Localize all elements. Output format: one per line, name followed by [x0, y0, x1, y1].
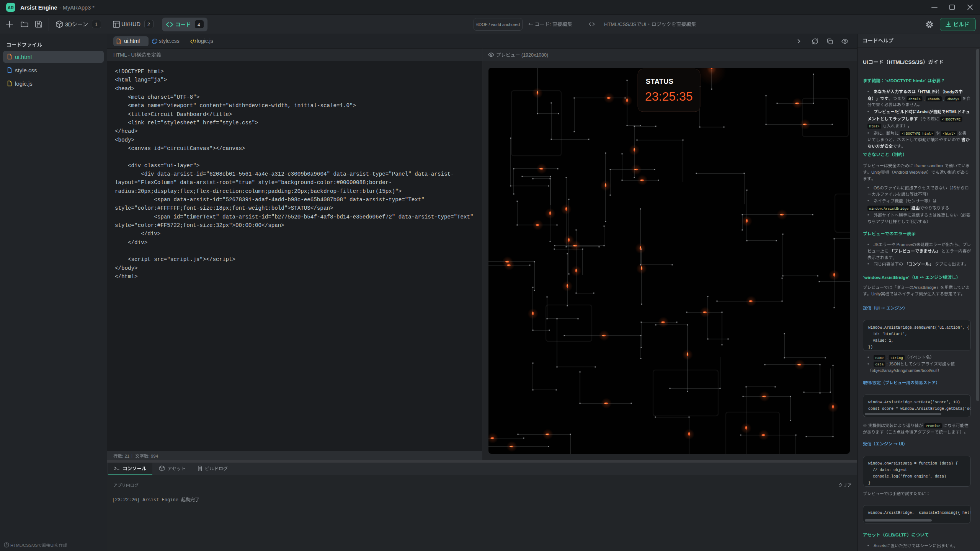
svg-text:23:25:35: 23:25:35: [645, 90, 693, 103]
svg-text:STATUS: STATUS: [646, 78, 673, 85]
